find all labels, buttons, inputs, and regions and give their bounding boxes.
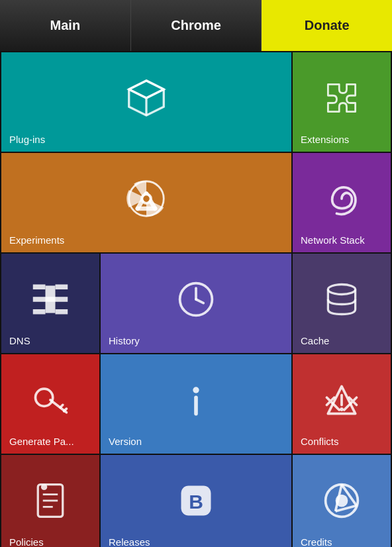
tile-version[interactable]: Version: [101, 354, 291, 454]
tab-donate[interactable]: Donate: [262, 0, 392, 51]
tile-generate-password-label: Generate Pa...: [9, 436, 74, 447]
svg-point-19: [328, 285, 355, 295]
svg-point-20: [36, 389, 53, 406]
svg-point-24: [193, 387, 199, 393]
database-icon: [322, 279, 362, 319]
svg-line-3: [129, 89, 146, 98]
tile-history-label: History: [109, 335, 140, 346]
tile-dns-label: DNS: [9, 335, 30, 346]
key-icon: [30, 380, 70, 420]
svg-rect-11: [46, 285, 56, 313]
tile-plugins[interactable]: Plug-ins: [1, 52, 291, 152]
clock-icon: [176, 279, 216, 319]
tile-cache-label: Cache: [301, 335, 329, 346]
spiral-icon: [322, 179, 362, 219]
svg-rect-15: [56, 309, 68, 315]
tile-history[interactable]: History: [101, 254, 291, 353]
tile-extensions-label: Extensions: [301, 134, 349, 145]
tab-chrome[interactable]: Chrome: [131, 0, 262, 51]
tab-chrome-label: Chrome: [171, 18, 221, 33]
tab-donate-label: Donate: [305, 18, 350, 33]
box-icon: [126, 78, 166, 118]
tab-bar: Main Chrome Donate: [0, 0, 392, 51]
svg-point-28: [340, 407, 344, 411]
tile-releases[interactable]: B Releases: [101, 455, 291, 547]
tile-policies[interactable]: Policies: [1, 455, 99, 547]
puzzle-icon: [322, 78, 362, 118]
svg-marker-1: [129, 81, 164, 98]
tile-policies-label: Policies: [9, 536, 44, 547]
tile-dns[interactable]: DNS: [1, 254, 99, 353]
tile-generate-password[interactable]: Generate Pa...: [1, 354, 99, 454]
tile-credits[interactable]: Credits: [293, 455, 391, 547]
svg-line-4: [146, 89, 164, 98]
tile-network-stack[interactable]: Network Stack: [293, 153, 391, 252]
tile-credits-label: Credits: [301, 536, 332, 547]
tab-main[interactable]: Main: [0, 0, 131, 51]
conflicts-icon: [322, 380, 362, 420]
document-icon: [30, 481, 70, 521]
svg-line-18: [196, 299, 203, 303]
chrome-credits-icon: [322, 481, 362, 521]
svg-rect-14: [33, 309, 46, 315]
tile-plugins-label: Plug-ins: [9, 134, 45, 145]
tile-conflicts[interactable]: Conflicts: [293, 354, 391, 454]
svg-rect-12: [33, 285, 46, 290]
svg-point-9: [143, 195, 149, 201]
tile-experiments-label: Experiments: [9, 234, 64, 246]
tab-main-label: Main: [50, 18, 81, 33]
blogger-icon: B: [176, 481, 216, 521]
tile-releases-label: Releases: [109, 536, 150, 547]
radioactive-icon: [126, 179, 166, 219]
tile-experiments[interactable]: Experiments: [1, 153, 291, 252]
tile-cache[interactable]: Cache: [293, 254, 391, 353]
svg-rect-13: [56, 285, 68, 290]
svg-line-22: [60, 405, 63, 408]
svg-line-23: [64, 409, 67, 411]
tile-extensions[interactable]: Extensions: [293, 52, 391, 152]
svg-point-33: [41, 484, 47, 490]
tile-conflicts-label: Conflicts: [301, 436, 339, 447]
tile-grid: Plug-ins Extensions: [0, 51, 392, 547]
info-icon: [176, 380, 216, 420]
svg-text:B: B: [189, 491, 203, 513]
dns-icon: [30, 279, 70, 319]
tile-version-label: Version: [109, 436, 142, 447]
tile-network-stack-label: Network Stack: [301, 234, 365, 246]
